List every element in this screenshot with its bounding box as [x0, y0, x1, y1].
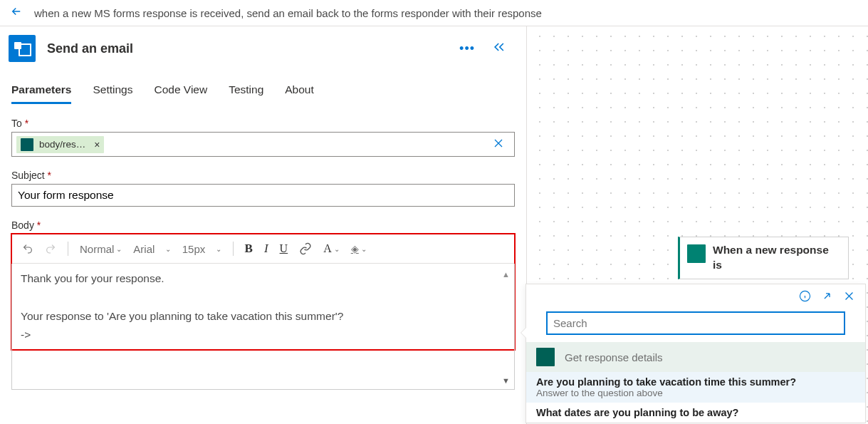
- dynamic-content-item[interactable]: What dates are you planning to be away?: [526, 403, 865, 423]
- subject-input[interactable]: [11, 184, 515, 207]
- body-editor[interactable]: ▲ Thank you for your response. Your resp…: [11, 264, 515, 350]
- dynamic-token-chip[interactable]: body/res… ×: [16, 136, 104, 153]
- rich-text-toolbar: Normal⌄ Arial ⌄ 15px ⌄ B I U A⌄ ◈⌄: [11, 234, 515, 264]
- trigger-card-title: When a new response is: [713, 243, 841, 273]
- expand-icon[interactable]: [821, 290, 833, 306]
- forms-icon: [687, 244, 706, 263]
- body-line: [21, 288, 506, 306]
- item-title: Are you planning to take vacation time t…: [536, 376, 855, 388]
- collapse-panel-button[interactable]: [483, 41, 515, 56]
- body-label: Body *: [11, 219, 515, 231]
- underline-button[interactable]: U: [276, 239, 293, 258]
- panel-header: Send an email •••: [0, 26, 526, 68]
- italic-button[interactable]: I: [260, 239, 273, 259]
- item-subtitle: Answer to the question above: [536, 388, 855, 398]
- forms-icon: [536, 348, 555, 366]
- popover-section-title: Get response details: [565, 351, 663, 363]
- body-editor-footer: ▼: [11, 350, 515, 390]
- field-subject: Subject *: [11, 170, 515, 207]
- dynamic-content-item[interactable]: Are you planning to take vacation time t…: [526, 372, 865, 403]
- field-body: Body * Normal⌄ Arial ⌄ 15px ⌄ B I U: [11, 219, 515, 390]
- highlight-button[interactable]: ◈⌄: [347, 240, 371, 257]
- outlook-icon: [9, 35, 36, 62]
- bold-button[interactable]: B: [241, 239, 257, 259]
- field-to: To * body/res… ×: [11, 118, 515, 157]
- trigger-card[interactable]: When a new response is: [678, 237, 849, 279]
- remove-token-button[interactable]: ×: [94, 139, 100, 150]
- to-input[interactable]: body/res… ×: [11, 132, 515, 157]
- more-options-button[interactable]: •••: [451, 41, 483, 56]
- font-size-select[interactable]: 15px ⌄: [178, 240, 226, 258]
- token-label: body/res…: [39, 139, 85, 150]
- popover-section-header[interactable]: Get response details: [526, 342, 865, 372]
- action-config-panel: Send an email ••• Parameters Settings Co…: [0, 26, 527, 424]
- forms-icon: [21, 138, 33, 151]
- tab-testing[interactable]: Testing: [229, 83, 263, 104]
- form-section: To * body/res… × Subject *: [0, 105, 526, 390]
- popover-search-wrap: [546, 311, 845, 335]
- scroll-up-icon[interactable]: ▲: [502, 268, 510, 281]
- action-title: Send an email: [47, 41, 451, 56]
- scroll-down-icon[interactable]: ▼: [502, 376, 510, 385]
- body-line: Your response to 'Are you planning to ta…: [21, 307, 506, 326]
- to-label: To *: [11, 118, 515, 129]
- redo-button[interactable]: [41, 240, 61, 257]
- body-line: Thank you for your response.: [21, 269, 506, 288]
- body-highlighted-region: Normal⌄ Arial ⌄ 15px ⌄ B I U A⌄ ◈⌄ ▲ Tha…: [11, 234, 515, 350]
- item-title: What dates are you planning to be away?: [536, 407, 855, 418]
- tab-settings[interactable]: Settings: [93, 83, 132, 104]
- paragraph-style-select[interactable]: Normal⌄: [75, 240, 126, 258]
- subject-label: Subject *: [11, 170, 515, 181]
- tab-code-view[interactable]: Code View: [154, 83, 207, 104]
- tab-about[interactable]: About: [285, 83, 314, 104]
- main-area: Send an email ••• Parameters Settings Co…: [0, 26, 868, 424]
- link-button[interactable]: [295, 239, 316, 258]
- tab-parameters[interactable]: Parameters: [11, 83, 71, 104]
- undo-button[interactable]: [18, 240, 38, 257]
- font-color-button[interactable]: A⌄: [319, 239, 344, 258]
- body-line: ->: [21, 326, 506, 344]
- flow-title: when a new MS forms response is received…: [34, 7, 542, 19]
- close-icon[interactable]: [843, 290, 855, 306]
- top-bar: when a new MS forms response is received…: [0, 0, 868, 26]
- dynamic-content-popover: Get response details Are you planning to…: [525, 284, 866, 423]
- clear-field-button[interactable]: [487, 136, 510, 152]
- config-tabs: Parameters Settings Code View Testing Ab…: [0, 68, 526, 105]
- flow-canvas[interactable]: When a new response is Get response deta…: [527, 26, 868, 424]
- info-icon[interactable]: [799, 290, 811, 306]
- popover-header: [526, 284, 865, 309]
- back-arrow-icon[interactable]: [7, 2, 26, 24]
- dynamic-content-search[interactable]: [546, 311, 845, 335]
- font-select[interactable]: Arial ⌄: [129, 240, 174, 258]
